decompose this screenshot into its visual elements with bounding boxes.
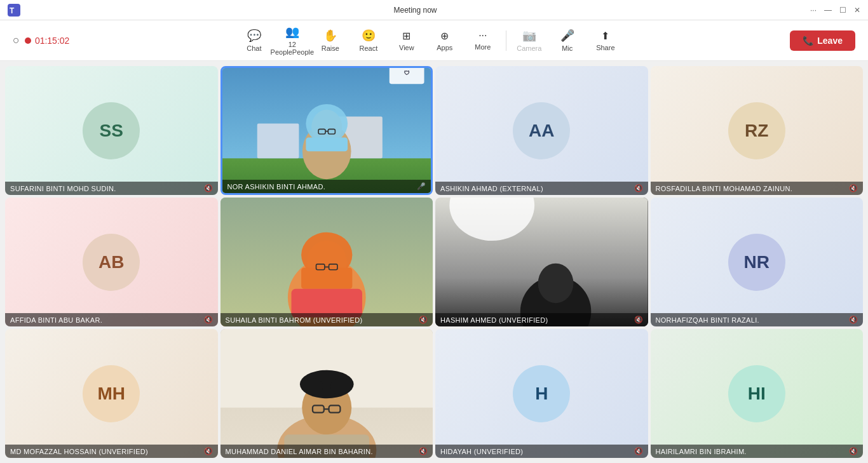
participant-tile-nr: NRNORHAFIZQAH BINTI RAZALI.🔇 <box>651 198 864 326</box>
video-feed-daniel <box>220 329 433 458</box>
mic-status-nr: 🔇 <box>849 316 858 324</box>
participant-tile-hashim: Hashim Ahmed (Unverified)🔇 <box>435 198 648 326</box>
name-label-suhaila: SUHAILA BINTI BAHROM (Unverified)🔇 <box>220 313 433 326</box>
leave-label: Leave <box>817 36 843 46</box>
ring-icon: ○ <box>13 34 20 47</box>
name-text-h: hidayah (Unverified) <box>440 448 523 455</box>
svg-rect-4 <box>257 124 299 159</box>
name-label-daniel: MUHAMMAD DANIEL AIMAR BIN BAHARIN.🔇 <box>220 445 433 458</box>
leave-phone-icon: 📞 <box>803 36 813 46</box>
apps-icon: ⊕ <box>440 30 449 42</box>
chat-button[interactable]: 💬 Chat <box>236 24 272 57</box>
title-bar-left: T <box>8 4 20 17</box>
mic-status-hi: 🔇 <box>849 447 858 455</box>
svg-point-33 <box>302 378 323 395</box>
title-bar-controls: ··· — ☐ ✕ <box>810 6 860 15</box>
name-text-hashim: Hashim Ahmed (Unverified) <box>440 316 548 324</box>
mic-button[interactable]: 🎤 Mic <box>550 24 585 57</box>
people-label: 12 PeoplePeople <box>271 41 315 56</box>
share-icon: ⬆ <box>601 30 609 42</box>
view-button[interactable]: ⊞ View <box>389 24 424 57</box>
people-icon: 👥 <box>285 25 299 39</box>
menu-btn[interactable]: ··· <box>810 6 817 15</box>
avatar-mh: MH <box>83 365 140 422</box>
name-label-h: hidayah (Unverified)🔇 <box>435 445 648 458</box>
camera-label: Camera <box>517 44 541 52</box>
mic-status-aa: 🔇 <box>634 184 643 192</box>
toolbar-divider <box>506 30 506 51</box>
mic-status-nor: 🎤 <box>417 182 426 191</box>
name-text-nor: NOR ASHIKIN BINTI AHMAD. <box>227 183 326 191</box>
svg-text:🛡: 🛡 <box>403 70 409 76</box>
toolbar-right: 📞 Leave <box>790 30 855 51</box>
name-text-daniel: MUHAMMAD DANIEL AIMAR BIN BAHARIN. <box>226 448 373 455</box>
mic-status-rz: 🔇 <box>849 184 858 192</box>
apps-button[interactable]: ⊕ Apps <box>427 24 463 57</box>
name-text-nr: NORHAFIZQAH BINTI RAZALI. <box>656 316 759 324</box>
maximize-btn[interactable]: ☐ <box>839 6 846 15</box>
record-indicator: 01:15:02 <box>25 36 70 46</box>
name-label-nor: NOR ASHIKIN BINTI AHMAD.🎤 <box>222 180 431 193</box>
meeting-timer: 01:15:02 <box>35 36 70 46</box>
avatar-rz: RZ <box>728 102 785 159</box>
name-label-aa: Ashikin Ahmad (External)🔇 <box>435 182 648 195</box>
raise-icon: ✋ <box>323 29 337 43</box>
more-button[interactable]: ··· More <box>465 24 501 57</box>
svg-point-8 <box>306 104 348 143</box>
close-btn[interactable]: ✕ <box>854 6 860 15</box>
avatar-hi: HI <box>728 365 785 422</box>
name-text-mh: MD MOFAZZAL HOSSAIN (Unverified) <box>10 448 148 455</box>
svg-rect-9 <box>306 137 348 151</box>
react-icon: 🙂 <box>362 29 376 43</box>
name-text-aa: Ashikin Ahmad (External) <box>440 185 543 192</box>
raise-button[interactable]: ✋ Raise <box>313 24 348 57</box>
name-text-hi: HAIRILAMRI BIN IBRAHIM. <box>656 448 747 455</box>
svg-point-27 <box>538 264 574 303</box>
toolbar-left: ○ 01:15:02 <box>13 34 69 47</box>
mic-status-daniel: 🔇 <box>419 447 428 455</box>
name-label-hashim: Hashim Ahmed (Unverified)🔇 <box>435 313 648 326</box>
more-icon: ··· <box>478 30 487 41</box>
react-label: React <box>359 44 377 52</box>
view-icon: ⊞ <box>402 30 410 42</box>
minimize-btn[interactable]: — <box>824 6 832 15</box>
title-bar: T Meeting now ··· — ☐ ✕ <box>0 0 868 20</box>
avatar-nr: NR <box>728 234 785 291</box>
mic-icon: 🎤 <box>560 29 574 43</box>
name-text-ab: AFFIDA BINTI ABU BAKAR. <box>10 316 102 324</box>
teams-logo-icon: T <box>8 4 20 17</box>
camera-button[interactable]: 📷 Camera <box>512 24 547 57</box>
apps-label: Apps <box>437 44 452 51</box>
people-button[interactable]: 👥 12 PeoplePeople <box>275 24 310 57</box>
name-text-rz: ROSFADILLA BINTI MOHAMAD ZAINUN. <box>656 185 793 192</box>
react-button[interactable]: 🙂 React <box>351 24 386 57</box>
view-label: View <box>399 44 414 51</box>
mic-status-h: 🔇 <box>634 447 643 455</box>
chat-icon: 💬 <box>247 29 261 43</box>
leave-button[interactable]: 📞 Leave <box>790 30 855 51</box>
raise-label: Raise <box>322 44 339 52</box>
toolbar-center: 💬 Chat 👥 12 PeoplePeople ✋ Raise 🙂 React… <box>236 24 623 57</box>
participant-tile-daniel: MUHAMMAD DANIEL AIMAR BIN BAHARIN.🔇 <box>220 329 433 458</box>
avatar-ab: AB <box>83 234 140 291</box>
share-button[interactable]: ⬆ Share <box>588 24 623 57</box>
name-label-ab: AFFIDA BINTI ABU BAKAR.🔇 <box>5 313 218 326</box>
video-feed-suhaila <box>220 198 433 326</box>
participant-tile-mh: MHMD MOFAZZAL HOSSAIN (Unverified)🔇 <box>5 329 218 458</box>
name-label-rz: ROSFADILLA BINTI MOHAMAD ZAINUN.🔇 <box>651 182 864 195</box>
participant-tile-aa: AAAshikin Ahmad (External)🔇 <box>435 66 648 195</box>
more-label: More <box>475 43 491 51</box>
name-label-ss: SUFARINI BINTI MOHD SUDIN.🔇 <box>5 182 218 195</box>
avatar-h: H <box>513 365 570 422</box>
mic-status-hashim: 🔇 <box>634 316 643 324</box>
name-label-hi: HAIRILAMRI BIN IBRAHIM.🔇 <box>651 445 864 458</box>
record-dot <box>25 37 31 44</box>
camera-icon: 📷 <box>522 29 536 43</box>
participant-tile-ab: ABAFFIDA BINTI ABU BAKAR.🔇 <box>5 198 218 326</box>
avatar-ss: SS <box>83 102 140 159</box>
mic-label: Mic <box>562 44 573 52</box>
svg-text:T: T <box>10 6 15 15</box>
mic-status-mh: 🔇 <box>204 447 213 455</box>
participant-tile-suhaila: SUHAILA BINTI BAHROM (Unverified)🔇 <box>220 198 433 326</box>
participant-tile-nor: 🛡 NOR ASHIKIN BINTI AHMAD.🎤 <box>220 66 433 195</box>
